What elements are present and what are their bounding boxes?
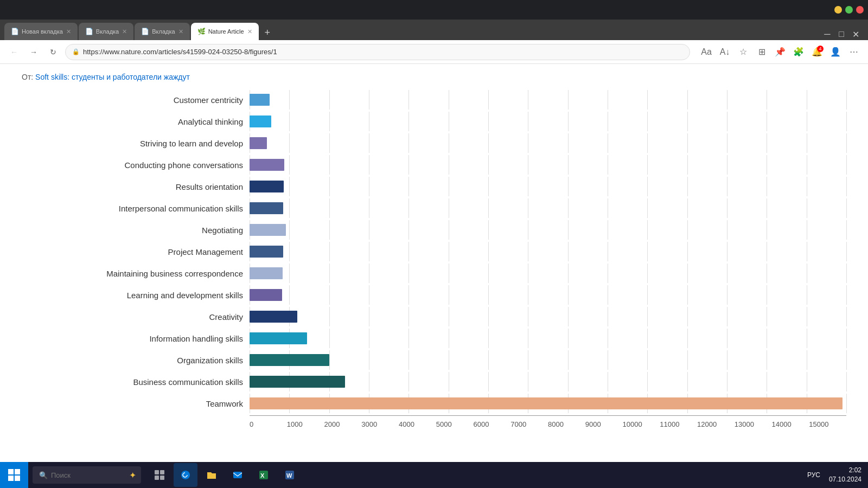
- x-tick-1: 1000: [287, 420, 324, 428]
- grid-line-12: [727, 264, 727, 283]
- chart-row: Negotiating: [22, 220, 846, 240]
- word-app[interactable]: W: [278, 463, 302, 487]
- collections-icon[interactable]: 📌: [773, 44, 788, 60]
- source-link[interactable]: Soft skills: студенты и работодатели жаж…: [35, 73, 190, 81]
- tab-1-close[interactable]: ✕: [66, 28, 71, 35]
- grid-line-1: [289, 285, 290, 305]
- grid-line-13: [767, 90, 767, 110]
- svg-text:X: X: [260, 472, 265, 479]
- new-tab-button[interactable]: +: [260, 25, 275, 40]
- translate-icon[interactable]: Aa: [699, 44, 714, 60]
- grid-line-4: [409, 220, 409, 240]
- tab-active-close[interactable]: ✕: [247, 28, 252, 35]
- explorer-app[interactable]: [200, 463, 224, 487]
- grid-line-4: [409, 90, 409, 110]
- chart-label-13: Business communication skills: [22, 377, 250, 387]
- favorite-icon[interactable]: ☆: [736, 44, 751, 60]
- chart-row: Organization skills: [22, 350, 846, 370]
- reload-button[interactable]: ↻: [46, 44, 61, 60]
- grid-line-6: [488, 307, 489, 326]
- reader-icon[interactable]: A↓: [717, 44, 732, 60]
- grid-line-7: [528, 285, 528, 305]
- edge-app[interactable]: [174, 463, 197, 487]
- tab-active[interactable]: 🌿 Nature Article ✕: [191, 23, 259, 40]
- grid-line-5: [449, 155, 449, 175]
- grid-line-8: [568, 264, 569, 283]
- grid-line-10: [647, 242, 648, 261]
- svg-rect-7: [160, 476, 164, 480]
- taskbar-time-display: 2:02: [829, 466, 861, 475]
- tabs-bar: 📄 Новая вкладка ✕ 📄 Вкладка ✕ 📄 Вкладка …: [0, 20, 868, 40]
- tab-1[interactable]: 📄 Новая вкладка ✕: [4, 23, 78, 40]
- extensions-icon[interactable]: 🧩: [791, 44, 806, 60]
- chart-bar-area-3: [250, 155, 846, 175]
- tab-3-close[interactable]: ✕: [178, 28, 183, 35]
- minimize-button[interactable]: [834, 6, 842, 14]
- chart-label-0: Customer centricity: [22, 95, 250, 105]
- grid-line-6: [488, 350, 489, 370]
- forward-button[interactable]: →: [26, 44, 41, 60]
- grid-line-13: [767, 177, 767, 196]
- source-prefix: От:: [22, 73, 33, 81]
- taskbar-lang: РУС: [807, 471, 820, 479]
- grid-line-8: [568, 112, 569, 131]
- profile-icon[interactable]: 👤: [828, 44, 843, 60]
- grid-line-13: [767, 242, 767, 261]
- grid-line-9: [608, 220, 608, 240]
- tab-active-label: Nature Article: [208, 28, 244, 35]
- grid-line-10: [647, 177, 648, 196]
- grid-line-8: [568, 198, 569, 218]
- grid-line-6: [488, 90, 489, 110]
- grid-line-8: [568, 133, 569, 153]
- grid-line-9: [608, 329, 608, 348]
- grid-line-7: [528, 220, 528, 240]
- grid-line-3: [369, 220, 369, 240]
- outlook-app[interactable]: [226, 463, 250, 487]
- task-view-button[interactable]: [148, 463, 171, 487]
- grid-line-14: [807, 372, 807, 391]
- chart-bar-area-9: [250, 285, 846, 305]
- chart-bar-area-12: [250, 350, 846, 370]
- excel-app[interactable]: X: [252, 463, 276, 487]
- grid-line-2: [329, 350, 330, 370]
- tab-2-close[interactable]: ✕: [122, 28, 127, 35]
- grid-line-14: [807, 264, 807, 283]
- x-tick-14: 14000: [772, 420, 809, 428]
- close-button[interactable]: [856, 6, 864, 14]
- grid-line-12: [727, 177, 727, 196]
- grid-line-12: [727, 329, 727, 348]
- grid-line-2: [329, 155, 330, 175]
- back-button[interactable]: ←: [7, 44, 22, 60]
- maximize-button[interactable]: [845, 6, 853, 14]
- window-close-button[interactable]: ✕: [850, 28, 861, 40]
- chart-container: Customer centricityAnalytical thinkingSt…: [22, 90, 846, 415]
- grid-line-2: [329, 264, 330, 283]
- grid-line-6: [488, 112, 489, 131]
- grid-line-14: [807, 177, 807, 196]
- chart-bar-area-10: [250, 307, 846, 326]
- svg-rect-0: [8, 469, 14, 474]
- window-minimize-button[interactable]: ─: [821, 28, 833, 40]
- svg-rect-3: [15, 476, 20, 481]
- chart-row: Teamwork: [22, 394, 846, 413]
- grid-line-9: [608, 350, 608, 370]
- grid-line-5: [449, 133, 449, 153]
- tab-2[interactable]: 📄 Вкладка ✕: [79, 23, 133, 40]
- grid-line-5: [449, 112, 449, 131]
- settings-icon[interactable]: ⋯: [846, 44, 861, 60]
- chart-label-14: Teamwork: [22, 399, 250, 408]
- x-tick-2: 2000: [324, 420, 362, 428]
- notifications-area: 🔔 4: [809, 44, 825, 60]
- grid-line-2: [329, 329, 330, 348]
- address-bar[interactable]: 🔒 https://www.nature.com/articles/s41599…: [65, 44, 690, 60]
- split-view-icon[interactable]: ⊞: [754, 44, 769, 60]
- grid-line-9: [608, 177, 608, 196]
- search-input[interactable]: [51, 471, 127, 479]
- tab-3[interactable]: 📄 Вкладка ✕: [135, 23, 189, 40]
- svg-rect-6: [155, 476, 159, 480]
- chart-label-5: Interpersonal communication skills: [22, 204, 250, 213]
- grid-line-1: [289, 112, 290, 131]
- window-restore-button[interactable]: □: [835, 28, 847, 40]
- start-button[interactable]: [0, 462, 28, 488]
- taskbar-search[interactable]: 🔍 ✦: [33, 466, 141, 484]
